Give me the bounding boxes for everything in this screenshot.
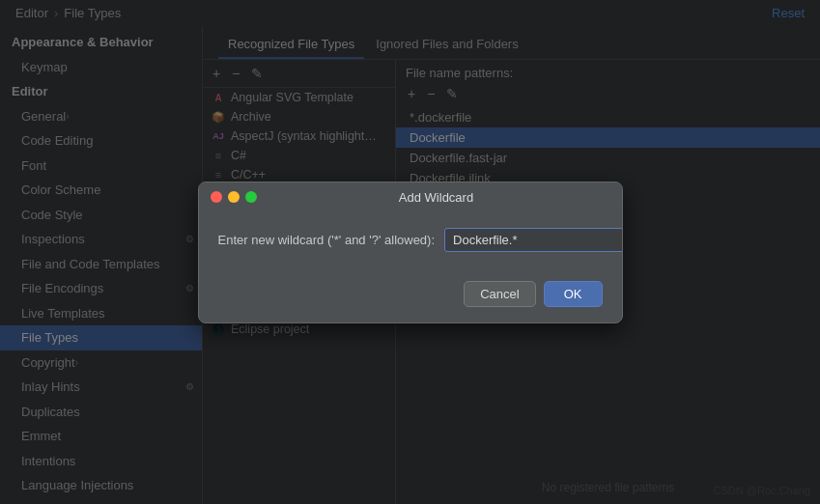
modal-body: Enter new wildcard ('*' and '?' allowed)… bbox=[199, 212, 622, 281]
modal-buttons: Cancel OK bbox=[199, 281, 622, 322]
modal-input-row: Enter new wildcard ('*' and '?' allowed)… bbox=[218, 228, 603, 252]
traffic-light-red[interactable] bbox=[211, 191, 222, 203]
cancel-button[interactable]: Cancel bbox=[464, 281, 535, 307]
modal-overlay[interactable]: Add Wildcard Enter new wildcard ('*' and… bbox=[0, 0, 820, 504]
modal-dialog: Add Wildcard Enter new wildcard ('*' and… bbox=[198, 182, 623, 323]
modal-input-label: Enter new wildcard ('*' and '?' allowed)… bbox=[218, 233, 436, 247]
modal-titlebar: Add Wildcard bbox=[199, 182, 622, 212]
ok-button[interactable]: OK bbox=[544, 281, 603, 307]
wildcard-input[interactable] bbox=[444, 228, 622, 252]
traffic-light-green[interactable] bbox=[245, 191, 257, 203]
traffic-light-yellow[interactable] bbox=[228, 191, 240, 203]
modal-title: Add Wildcard bbox=[263, 190, 610, 205]
